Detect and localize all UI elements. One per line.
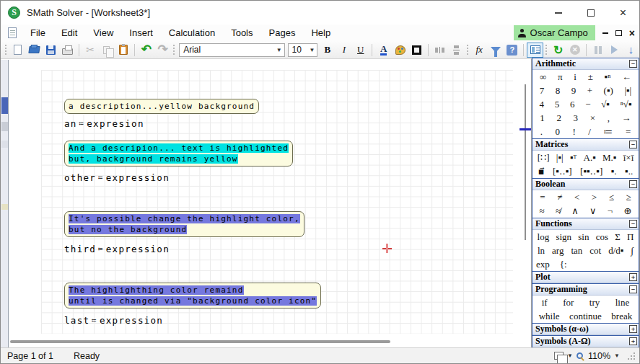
palette-header-symbols-a[interactable]: Symbols (A-Ω)+: [532, 336, 639, 347]
snapshot-button[interactable]: ↓: [623, 43, 639, 58]
palette-button[interactable]: continue: [569, 311, 602, 322]
palette-button[interactable]: !: [572, 126, 575, 138]
palette-button[interactable]: ⊕: [623, 205, 631, 217]
palette-button[interactable]: 0: [555, 126, 560, 138]
text-region[interactable]: The highlighthing color remainduntil is …: [64, 283, 321, 308]
palette-header-plot[interactable]: Plot+: [532, 272, 639, 283]
font-name-select[interactable]: Arial▼: [179, 43, 284, 57]
undo-button[interactable]: ↶: [138, 43, 154, 58]
mdi-close-icon[interactable]: ×: [629, 29, 635, 37]
palette-header-arithmetic[interactable]: Arithmetic−: [532, 58, 639, 70]
palette-button[interactable]: ▪ⁿ: [605, 71, 611, 83]
palette-button[interactable]: 1: [540, 112, 545, 124]
math-region[interactable]: other≔expression: [64, 172, 170, 183]
collapse-icon[interactable]: −: [629, 60, 637, 68]
menu-view[interactable]: View: [85, 25, 121, 41]
palette-header-functions[interactable]: Functions−: [532, 218, 639, 230]
maximize-button[interactable]: [574, 1, 607, 25]
palette-button[interactable]: arg: [552, 245, 564, 257]
italic-button[interactable]: I: [336, 43, 352, 58]
minimize-button[interactable]: [542, 1, 574, 25]
palette-button[interactable]: ←: [622, 71, 631, 83]
close-button[interactable]: ×: [607, 1, 639, 25]
resize-grip[interactable]: [628, 352, 635, 360]
palette-button[interactable]: √▪: [601, 99, 610, 110]
palette-button[interactable]: ▪.: [611, 166, 617, 177]
palette-button[interactable]: →: [622, 112, 631, 124]
menu-file[interactable]: File: [22, 25, 53, 41]
palette-button[interactable]: ∧: [571, 205, 579, 217]
zoom-level[interactable]: 110%: [588, 351, 610, 361]
palette-button[interactable]: sin: [578, 231, 589, 243]
underline-button[interactable]: U: [352, 43, 369, 58]
palette-button[interactable]: cos: [596, 231, 608, 243]
palette-button[interactable]: if: [542, 297, 548, 308]
mdi-restore-icon[interactable]: [615, 30, 622, 36]
palette-button[interactable]: d/d▪: [608, 245, 623, 257]
recalculate-button[interactable]: ↻: [550, 43, 566, 58]
chevron-down-icon[interactable]: ▼: [567, 352, 573, 359]
chevron-down-icon[interactable]: ▼: [614, 352, 620, 359]
border-button[interactable]: [408, 43, 425, 58]
palette-button[interactable]: while: [539, 311, 560, 322]
palette-header-symbols[interactable]: Symbols (α-ω)+: [532, 324, 639, 335]
menu-insert[interactable]: Insert: [121, 25, 161, 41]
math-region[interactable]: third≔expression: [64, 244, 170, 254]
expand-icon[interactable]: +: [629, 273, 637, 281]
palette-button[interactable]: sign: [556, 231, 571, 243]
new-button[interactable]: [9, 43, 26, 58]
toolbar-gripper[interactable]: [466, 44, 470, 56]
palette-button[interactable]: /: [588, 126, 591, 138]
palette-button[interactable]: ≤: [609, 192, 614, 203]
bold-button[interactable]: B: [319, 43, 336, 58]
mdi-minimize-icon[interactable]: [602, 32, 608, 34]
palette-button[interactable]: 6: [570, 99, 575, 110]
palette-button[interactable]: Σ: [615, 231, 621, 243]
math-region[interactable]: an≔expresion: [64, 118, 144, 129]
palette-button[interactable]: −: [585, 99, 590, 110]
paste-button[interactable]: [115, 43, 131, 58]
palette-button[interactable]: ,: [608, 112, 610, 124]
align-vertical-button[interactable]: [448, 43, 465, 58]
palette-button[interactable]: ∞: [540, 71, 546, 83]
palette-button[interactable]: |▪|: [624, 85, 631, 97]
font-size-select[interactable]: 10▼: [288, 43, 318, 57]
palette-button[interactable]: 9: [571, 85, 577, 97]
collapse-icon[interactable]: −: [629, 141, 637, 148]
palette-button[interactable]: .: [540, 126, 543, 138]
expand-icon[interactable]: +: [629, 337, 637, 345]
menu-pages[interactable]: Pages: [261, 25, 304, 41]
palette-button[interactable]: line: [615, 297, 630, 308]
palette-button[interactable]: 4: [539, 99, 544, 110]
palette-button[interactable]: |▪|: [556, 152, 564, 164]
text-region[interactable]: And a descripion... text is highlightedb…: [64, 141, 293, 167]
palette-button[interactable]: 7: [540, 85, 545, 97]
background-color-button[interactable]: [392, 43, 408, 58]
palette-button[interactable]: ¬: [608, 205, 613, 217]
palette-button[interactable]: ×: [590, 112, 595, 124]
function-button[interactable]: fx: [471, 43, 488, 58]
palette-button[interactable]: ≉: [556, 205, 561, 217]
page-view-icon[interactable]: [554, 352, 564, 360]
palette-button[interactable]: ī×ī: [623, 152, 634, 164]
palette-button[interactable]: Π: [627, 231, 634, 243]
palette-button[interactable]: (▪): [604, 85, 613, 97]
palette-button[interactable]: ≥: [626, 192, 631, 203]
palette-header-boolean[interactable]: Boolean−: [532, 179, 639, 190]
palette-header-programming[interactable]: Programming−: [532, 284, 639, 296]
expand-icon[interactable]: +: [629, 325, 637, 333]
palette-button[interactable]: {:: [560, 259, 567, 270]
palette-button[interactable]: ▪..: [625, 166, 633, 177]
menu-calculation[interactable]: Calculation: [161, 25, 223, 41]
toolbar-gripper[interactable]: [545, 44, 548, 56]
palette-button[interactable]: 5: [555, 99, 560, 110]
palette-button[interactable]: π: [558, 71, 563, 83]
palette-button[interactable]: +: [587, 85, 592, 97]
account-badge[interactable]: Oscar Campo: [514, 25, 595, 40]
palette-button[interactable]: 8: [556, 85, 561, 97]
palette-button[interactable]: 2: [556, 112, 561, 124]
horizontal-scrollbar[interactable]: [10, 340, 390, 343]
palette-button[interactable]: ≔: [603, 126, 613, 138]
side-panel-toggle-button[interactable]: [527, 43, 543, 58]
palette-button[interactable]: tan: [571, 245, 582, 257]
